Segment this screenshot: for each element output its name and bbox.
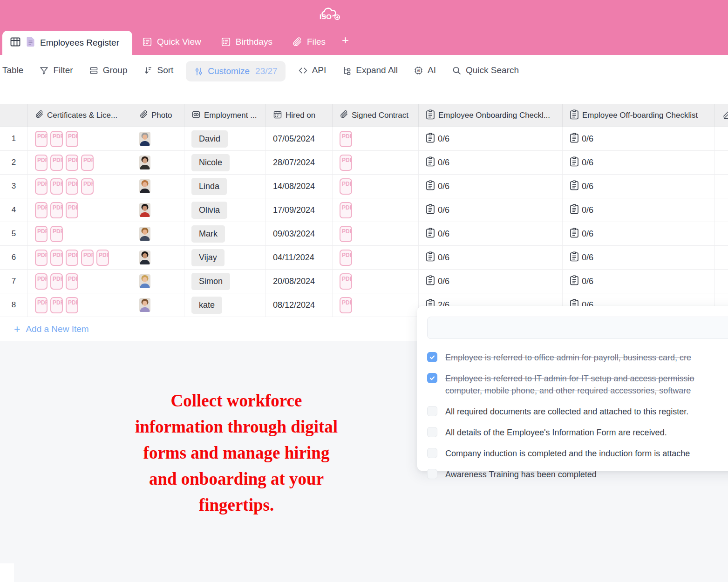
offboarding-checklist-cell[interactable]: 0/6 xyxy=(563,151,715,174)
column-header-employment[interactable]: Employment ... xyxy=(184,104,266,127)
pdf-file-badge[interactable]: PDF xyxy=(340,273,352,290)
certificates-cell[interactable]: PDFPDFPDFPDFPDF xyxy=(28,246,132,269)
employee-name-chip[interactable]: Linda xyxy=(191,178,227,195)
photo-cell[interactable] xyxy=(132,293,184,317)
employment-name-cell[interactable]: David xyxy=(184,127,266,150)
customize-button[interactable]: Customize 23/27 xyxy=(186,61,285,81)
onboarding-checklist-cell[interactable]: 0/6 xyxy=(419,151,563,174)
pdf-file-badge[interactable]: PDF xyxy=(340,178,352,195)
pdf-file-badge[interactable]: PDF xyxy=(340,131,352,147)
employment-name-cell[interactable]: Mark xyxy=(184,222,266,245)
checklist-checkbox[interactable] xyxy=(427,448,437,458)
pdf-file-badge[interactable]: PDF xyxy=(35,226,48,242)
hired-on-cell[interactable]: 09/03/2024 xyxy=(266,222,333,245)
certificates-cell[interactable]: PDFPDFPDF xyxy=(28,198,132,222)
hired-on-cell[interactable]: 20/08/2024 xyxy=(266,270,333,293)
pdf-file-badge[interactable]: PDF xyxy=(35,297,48,313)
certificates-cell[interactable]: PDFPDFPDF xyxy=(28,127,132,150)
pdf-file-badge[interactable]: PDF xyxy=(66,131,78,147)
offboarding-count[interactable]: 0/6 xyxy=(582,182,593,191)
row-number[interactable]: 1 xyxy=(0,127,28,150)
tab-quick-view[interactable]: Quick View xyxy=(132,29,211,55)
row-number[interactable]: 2 xyxy=(0,151,28,174)
certificates-cell[interactable]: PDFPDFPDFPDF xyxy=(28,151,132,174)
pdf-file-badge[interactable]: PDF xyxy=(35,155,48,171)
employee-name-chip[interactable]: kate xyxy=(191,297,222,314)
notes-cell[interactable] xyxy=(715,222,728,245)
pdf-file-badge[interactable]: PDF xyxy=(340,250,352,266)
signed-contract-cell[interactable]: PDF xyxy=(333,222,419,245)
pdf-file-badge[interactable]: PDF xyxy=(35,250,48,266)
row-number[interactable]: 4 xyxy=(0,198,28,222)
notes-cell[interactable] xyxy=(715,127,728,150)
pdf-file-badge[interactable]: PDF xyxy=(66,178,78,195)
pdf-file-badge[interactable]: PDF xyxy=(50,273,63,290)
pdf-file-badge[interactable]: PDF xyxy=(35,202,48,218)
onboarding-checklist-cell[interactable]: 0/6 xyxy=(419,222,563,245)
pdf-file-badge[interactable]: PDF xyxy=(340,226,352,242)
employment-name-cell[interactable]: Linda xyxy=(184,175,266,198)
offboarding-count[interactable]: 0/6 xyxy=(582,205,593,215)
pdf-file-badge[interactable]: PDF xyxy=(50,202,63,218)
offboarding-count[interactable]: 0/6 xyxy=(582,253,593,263)
photo-cell[interactable] xyxy=(132,198,184,222)
photo-cell[interactable] xyxy=(132,151,184,174)
certificates-cell[interactable]: PDFPDFPDF xyxy=(28,270,132,293)
employee-name-chip[interactable]: Vijay xyxy=(191,249,225,266)
photo-cell[interactable] xyxy=(132,127,184,150)
employment-name-cell[interactable]: Simon xyxy=(184,270,266,293)
pdf-file-badge[interactable]: PDF xyxy=(340,202,352,218)
onboarding-checklist-cell[interactable]: 0/6 xyxy=(419,270,563,293)
column-header-employee-off-boarding-checklist[interactable]: Employee Off-boarding Checklist xyxy=(563,104,715,127)
pdf-file-badge[interactable]: PDF xyxy=(66,155,78,171)
notes-cell[interactable] xyxy=(715,151,728,174)
pdf-file-badge[interactable]: PDF xyxy=(81,250,94,266)
row-number[interactable]: 8 xyxy=(0,293,28,317)
notes-cell[interactable] xyxy=(715,246,728,269)
offboarding-count[interactable]: 0/6 xyxy=(582,158,593,168)
notes-cell[interactable] xyxy=(715,175,728,198)
row-number[interactable]: 6 xyxy=(0,246,28,269)
pdf-file-badge[interactable]: PDF xyxy=(66,273,78,290)
hired-on-cell[interactable]: 17/09/2024 xyxy=(266,198,333,222)
photo-cell[interactable] xyxy=(132,222,184,245)
photo-cell[interactable] xyxy=(132,175,184,198)
expand-all-button[interactable]: Expand All xyxy=(334,61,406,80)
checklist-checkbox[interactable] xyxy=(427,352,437,362)
signed-contract-cell[interactable]: PDF xyxy=(333,246,419,269)
certificates-cell[interactable]: PDFPDF xyxy=(28,222,132,245)
offboarding-count[interactable]: 0/6 xyxy=(582,277,593,286)
pdf-file-badge[interactable]: PDF xyxy=(66,297,78,313)
checklist-checkbox[interactable] xyxy=(427,373,437,383)
pdf-file-badge[interactable]: PDF xyxy=(50,155,63,171)
column-header-certificates-lice[interactable]: Certificates & Lice... xyxy=(28,104,132,127)
filter-button[interactable]: Filter xyxy=(31,61,81,80)
view-type-table-button[interactable]: Table xyxy=(0,61,31,80)
employment-name-cell[interactable]: Vijay xyxy=(184,246,266,269)
api-button[interactable]: API xyxy=(290,61,334,80)
notes-cell[interactable] xyxy=(715,198,728,222)
signed-contract-cell[interactable]: PDF xyxy=(333,198,419,222)
offboarding-checklist-cell[interactable]: 0/6 xyxy=(563,175,715,198)
hired-on-cell[interactable]: 08/12/2024 xyxy=(266,293,333,317)
column-header-photo[interactable]: Photo xyxy=(132,104,184,127)
onboarding-count[interactable]: 0/6 xyxy=(438,134,449,144)
onboarding-checklist-cell[interactable]: 0/6 xyxy=(419,198,563,222)
offboarding-checklist-cell[interactable]: 0/6 xyxy=(563,198,715,222)
pdf-file-badge[interactable]: PDF xyxy=(340,155,352,171)
employment-name-cell[interactable]: kate xyxy=(184,293,266,317)
offboarding-checklist-cell[interactable]: 0/6 xyxy=(563,127,715,150)
onboarding-checklist-cell[interactable]: 0/6 xyxy=(419,175,563,198)
notes-cell[interactable] xyxy=(715,270,728,293)
row-number[interactable]: 5 xyxy=(0,222,28,245)
pdf-file-badge[interactable]: PDF xyxy=(96,250,109,266)
signed-contract-cell[interactable]: PDF xyxy=(333,127,419,150)
onboarding-count[interactable]: 0/6 xyxy=(438,277,449,286)
pdf-file-badge[interactable]: PDF xyxy=(50,178,63,195)
pdf-file-badge[interactable]: PDF xyxy=(66,250,78,266)
onboarding-checklist-cell[interactable]: 0/6 xyxy=(419,127,563,150)
employee-name-chip[interactable]: Simon xyxy=(191,273,230,290)
pdf-file-badge[interactable]: PDF xyxy=(35,273,48,290)
photo-cell[interactable] xyxy=(132,246,184,269)
signed-contract-cell[interactable]: PDF xyxy=(333,293,419,317)
